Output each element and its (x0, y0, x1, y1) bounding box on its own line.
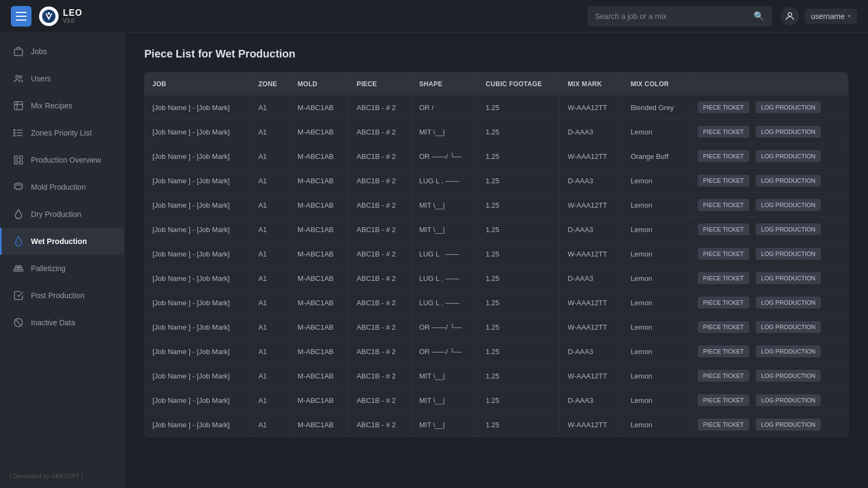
sidebar-item-inactive-data[interactable]: Inactive Data (0, 309, 124, 336)
cell-mix-color: Lemon (623, 291, 690, 315)
cell-piece: ABC1B - # 2 (349, 291, 411, 315)
post-production-icon (12, 290, 24, 301)
cell-cubic-footage: 1.25 (478, 120, 560, 144)
cell-shape: LUG L . —— (411, 291, 478, 315)
piece-ticket-button[interactable]: PIECE TICKET (698, 394, 749, 406)
sidebar-item-mix-recipes[interactable]: Mix Recipes (0, 92, 124, 119)
log-production-button[interactable]: LOG PRODUCTION (756, 150, 821, 162)
piece-ticket-button[interactable]: PIECE TICKET (698, 370, 749, 382)
cell-mix-color: Lemon (623, 193, 690, 217)
sidebar-item-jobs[interactable]: Jobs (0, 38, 124, 65)
cell-actions: PIECE TICKET LOG PRODUCTION (690, 193, 848, 217)
table-row: [Job Name ] - [Job Mark] A1 M-ABC1AB ABC… (145, 291, 848, 315)
cell-job: [Job Name ] - [Job Mark] (145, 339, 251, 364)
cell-piece: ABC1B - # 2 (349, 217, 411, 242)
cell-job: [Job Name ] - [Job Mark] (145, 193, 251, 217)
piece-ticket-button[interactable]: PIECE TICKET (698, 101, 749, 113)
sidebar-item-dry-production[interactable]: Dry Production (0, 201, 124, 228)
sidebar-item-palletizing-label: Palletizing (31, 264, 66, 273)
sidebar-item-wet-production[interactable]: Wet Production (0, 228, 124, 255)
piece-ticket-button[interactable]: PIECE TICKET (698, 419, 749, 431)
svg-rect-14 (15, 161, 18, 164)
log-production-button[interactable]: LOG PRODUCTION (756, 248, 821, 260)
log-production-button[interactable]: LOG PRODUCTION (756, 297, 821, 309)
sidebar-item-post-production[interactable]: Post Production (0, 282, 124, 309)
sidebar-item-post-production-label: Post Production (31, 291, 85, 300)
cell-mix-mark: W-AAA12TT (560, 291, 623, 315)
cell-job: [Job Name ] - [Job Mark] (145, 291, 251, 315)
piece-ticket-button[interactable]: PIECE TICKET (698, 223, 749, 235)
cell-cubic-footage: 1.25 (478, 291, 560, 315)
svg-line-23 (15, 319, 22, 326)
cell-shape: LUG L . —— (411, 242, 478, 266)
sidebar-item-wet-production-label: Wet Production (31, 237, 87, 246)
cell-zone: A1 (251, 388, 290, 413)
cell-mold: M-ABC1AB (290, 291, 349, 315)
piece-ticket-button[interactable]: PIECE TICKET (698, 297, 749, 309)
cell-cubic-footage: 1.25 (478, 266, 560, 291)
log-production-button[interactable]: LOG PRODUCTION (756, 126, 821, 138)
log-production-button[interactable]: LOG PRODUCTION (756, 345, 821, 357)
chevron-down-icon: ▾ (848, 13, 851, 19)
cell-mold: M-ABC1AB (290, 95, 349, 120)
table-row: [Job Name ] - [Job Mark] A1 M-ABC1AB ABC… (145, 242, 848, 266)
page-title: Piece List for Wet Production (144, 48, 848, 60)
cell-mix-color: Lemon (623, 315, 690, 339)
svg-point-4 (16, 75, 18, 78)
cell-actions: PIECE TICKET LOG PRODUCTION (690, 339, 848, 364)
cell-job: [Job Name ] - [Job Mark] (145, 169, 251, 193)
sidebar-item-inactive-data-label: Inactive Data (31, 318, 75, 327)
sidebar-item-zones-priority-list[interactable]: Zones Priority List (0, 119, 124, 146)
cell-job: [Job Name ] - [Job Mark] (145, 388, 251, 413)
cell-job: [Job Name ] - [Job Mark] (145, 266, 251, 291)
cell-job: [Job Name ] - [Job Mark] (145, 413, 251, 437)
cell-mix-mark: W-AAA12TT (560, 364, 623, 388)
username-button[interactable]: username ▾ (805, 9, 857, 24)
cell-shape: OR / (411, 95, 478, 120)
log-production-button[interactable]: LOG PRODUCTION (756, 272, 821, 284)
cell-cubic-footage: 1.25 (478, 169, 560, 193)
svg-rect-12 (15, 156, 18, 159)
cell-mix-mark: W-AAA12TT (560, 95, 623, 120)
sidebar-item-production-overview[interactable]: Production Overview (0, 146, 124, 174)
piece-ticket-button[interactable]: PIECE TICKET (698, 150, 749, 162)
sidebar-item-mold-production[interactable]: Mold Production (0, 174, 124, 201)
cell-cubic-footage: 1.25 (478, 364, 560, 388)
menu-button[interactable] (11, 6, 31, 27)
log-production-button[interactable]: LOG PRODUCTION (756, 175, 821, 187)
cell-zone: A1 (251, 364, 290, 388)
cell-mold: M-ABC1AB (290, 364, 349, 388)
piece-ticket-button[interactable]: PIECE TICKET (698, 126, 749, 138)
cell-actions: PIECE TICKET LOG PRODUCTION (690, 169, 848, 193)
cell-piece: ABC1B - # 2 (349, 144, 411, 169)
col-mix-mark: MIX MARK (560, 73, 623, 95)
cell-actions: PIECE TICKET LOG PRODUCTION (690, 120, 848, 144)
search-input[interactable] (595, 12, 749, 21)
cell-piece: ABC1B - # 2 (349, 388, 411, 413)
piece-ticket-button[interactable]: PIECE TICKET (698, 321, 749, 333)
piece-ticket-button[interactable]: PIECE TICKET (698, 345, 749, 357)
col-piece: PIECE (349, 73, 411, 95)
log-production-button[interactable]: LOG PRODUCTION (756, 101, 821, 113)
col-zone: ZONE (251, 73, 290, 95)
sidebar-item-production-overview-label: Production Overview (31, 156, 101, 164)
piece-ticket-button[interactable]: PIECE TICKET (698, 175, 749, 187)
sidebar-item-users-label: Users (31, 74, 51, 83)
log-production-button[interactable]: LOG PRODUCTION (756, 419, 821, 431)
cell-shape: MIT \__| (411, 388, 478, 413)
logo-name: LEO (63, 8, 82, 18)
log-production-button[interactable]: LOG PRODUCTION (756, 321, 821, 333)
cell-cubic-footage: 1.25 (478, 95, 560, 120)
piece-ticket-button[interactable]: PIECE TICKET (698, 272, 749, 284)
sidebar-item-palletizing[interactable]: Palletizing (0, 255, 124, 282)
piece-ticket-button[interactable]: PIECE TICKET (698, 199, 749, 211)
sidebar-item-users[interactable]: Users (0, 65, 124, 92)
log-production-button[interactable]: LOG PRODUCTION (756, 199, 821, 211)
piece-ticket-button[interactable]: PIECE TICKET (698, 248, 749, 260)
log-production-button[interactable]: LOG PRODUCTION (756, 370, 821, 382)
log-production-button[interactable]: LOG PRODUCTION (756, 223, 821, 235)
col-actions (690, 73, 848, 95)
log-production-button[interactable]: LOG PRODUCTION (756, 394, 821, 406)
cell-piece: ABC1B - # 2 (349, 315, 411, 339)
jobs-icon (12, 46, 24, 57)
